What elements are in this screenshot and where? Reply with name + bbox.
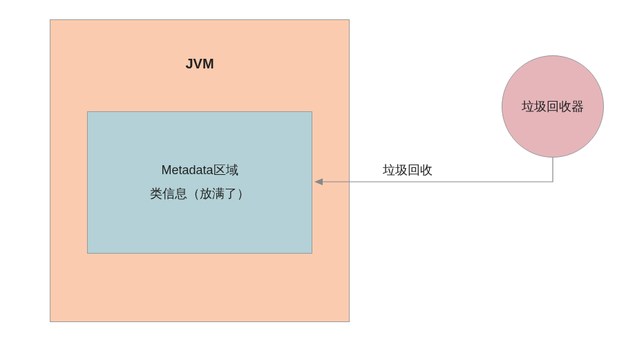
metadata-box: Metadata区域 类信息（放满了）	[87, 111, 312, 254]
gc-circle-label: 垃圾回收器	[522, 98, 584, 115]
gc-circle: 垃圾回收器	[502, 55, 604, 158]
arrow-label: 垃圾回收	[383, 162, 433, 178]
metadata-line1: Metadata区域	[161, 161, 238, 180]
metadata-line2: 类信息（放满了）	[150, 185, 249, 204]
jvm-title: JVM	[50, 56, 349, 72]
jvm-box: JVM Metadata区域 类信息（放满了）	[50, 19, 350, 322]
